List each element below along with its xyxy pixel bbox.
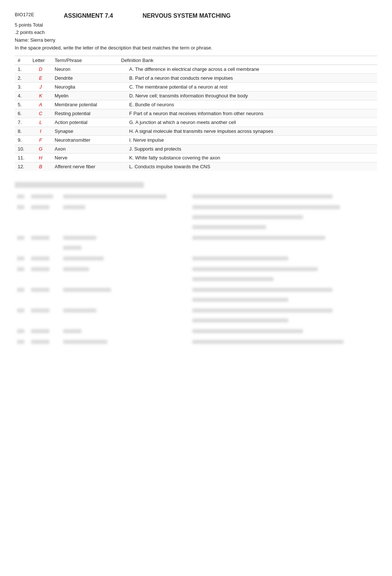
student-name: Name: Sierra berry bbox=[15, 37, 377, 44]
assignment-title: ASSIGNMENT 7.4 bbox=[64, 11, 113, 21]
col-header-def: Definition Bank bbox=[118, 56, 377, 65]
row-term: Axon bbox=[52, 144, 118, 153]
row-definition: I. Nerve impulse bbox=[118, 135, 377, 144]
row-definition: A. The difference in electrical charge a… bbox=[118, 65, 377, 73]
row-number: 6. bbox=[15, 109, 30, 118]
row-definition: E. Bundle of neurons bbox=[118, 100, 377, 109]
table-row: 4.KMyelinD. Nerve cell; transmits inform… bbox=[15, 91, 377, 100]
row-definition: D. Nerve cell; transmits information thr… bbox=[118, 91, 377, 100]
table-row: 11.HNerveK. White fatty substance coveri… bbox=[15, 153, 377, 162]
row-letter: J bbox=[30, 82, 52, 91]
row-number: 7. bbox=[15, 118, 30, 127]
row-term: Action potential bbox=[52, 118, 118, 127]
table-row: 5.AMembrane potentialE. Bundle of neuron… bbox=[15, 100, 377, 109]
row-number: 8. bbox=[15, 127, 30, 135]
row-number: 9. bbox=[15, 135, 30, 144]
row-term: Neurotransmitter bbox=[52, 135, 118, 144]
row-letter: A bbox=[30, 100, 52, 109]
row-number: 5. bbox=[15, 100, 30, 109]
row-number: 10. bbox=[15, 144, 30, 153]
table-row: 12.BAfferent nerve fiberL. Conducts impu… bbox=[15, 162, 377, 171]
row-number: 1. bbox=[15, 65, 30, 73]
row-number: 11. bbox=[15, 153, 30, 162]
row-letter: F bbox=[30, 135, 52, 144]
col-header-letter: Letter bbox=[30, 56, 52, 65]
row-term: Nerve bbox=[52, 153, 118, 162]
row-letter: C bbox=[30, 109, 52, 118]
table-row: 6.CResting potentialF Part of a neuron t… bbox=[15, 109, 377, 118]
points-each: .2 points each bbox=[15, 29, 377, 37]
points-total: 5 points Total bbox=[15, 21, 377, 29]
row-number: 12. bbox=[15, 162, 30, 171]
row-definition: L. Conducts impulse towards the CNS bbox=[118, 162, 377, 171]
row-letter: B bbox=[30, 162, 52, 171]
instructions: In the space provided, write the letter … bbox=[15, 44, 377, 52]
row-letter: H bbox=[30, 153, 52, 162]
row-number: 2. bbox=[15, 73, 30, 82]
table-row: 2.EDendriteB. Part of a neuron that cond… bbox=[15, 73, 377, 82]
matching-table: # Letter Term/Phrase Definition Bank 1.D… bbox=[15, 56, 377, 171]
row-term: Resting potential bbox=[52, 109, 118, 118]
row-definition: H. A signal molecule that transmits nerv… bbox=[118, 127, 377, 135]
course-code: BIO172E bbox=[15, 11, 34, 21]
row-definition: C. The membrane potential of a neuron at… bbox=[118, 82, 377, 91]
header-section: BIO172E ASSIGNMENT 7.4 NERVOUS SYSTEM MA… bbox=[15, 11, 377, 52]
row-definition: F Part of a neuron that receives informa… bbox=[118, 109, 377, 118]
row-term: Synapse bbox=[52, 127, 118, 135]
row-letter: E bbox=[30, 73, 52, 82]
table-row: 1.DNeuronA. The difference in electrical… bbox=[15, 65, 377, 73]
row-number: 3. bbox=[15, 82, 30, 91]
col-header-term: Term/Phrase bbox=[52, 56, 118, 65]
row-letter: I bbox=[30, 127, 52, 135]
col-header-num: # bbox=[15, 56, 30, 65]
row-definition: K. White fatty substance covering the ax… bbox=[118, 153, 377, 162]
row-definition: G. A junction at which a neuron meets an… bbox=[118, 118, 377, 127]
row-number: 4. bbox=[15, 91, 30, 100]
row-definition: B. Part of a neuron that conducts nerve … bbox=[118, 73, 377, 82]
row-term: Dendrite bbox=[52, 73, 118, 82]
row-definition: J. Supports and protects bbox=[118, 144, 377, 153]
row-term: Neuroglia bbox=[52, 82, 118, 91]
row-letter: G bbox=[30, 144, 52, 153]
blurred-section bbox=[15, 182, 377, 346]
table-row: 9.FNeurotransmitterI. Nerve impulse bbox=[15, 135, 377, 144]
table-row: 10.GAxonJ. Supports and protects bbox=[15, 144, 377, 153]
table-row: 7.LAction potentialG. A junction at whic… bbox=[15, 118, 377, 127]
row-term: Afferent nerve fiber bbox=[52, 162, 118, 171]
row-term: Neuron bbox=[52, 65, 118, 73]
table-row: 8.ISynapseH. A signal molecule that tran… bbox=[15, 127, 377, 135]
row-term: Myelin bbox=[52, 91, 118, 100]
subject-title: NERVOUS SYSTEM MATCHING bbox=[142, 11, 231, 21]
row-letter: K bbox=[30, 91, 52, 100]
table-row: 3.JNeurogliaC. The membrane potential of… bbox=[15, 82, 377, 91]
row-letter: L bbox=[30, 118, 52, 127]
row-letter: D bbox=[30, 65, 52, 73]
row-term: Membrane potential bbox=[52, 100, 118, 109]
